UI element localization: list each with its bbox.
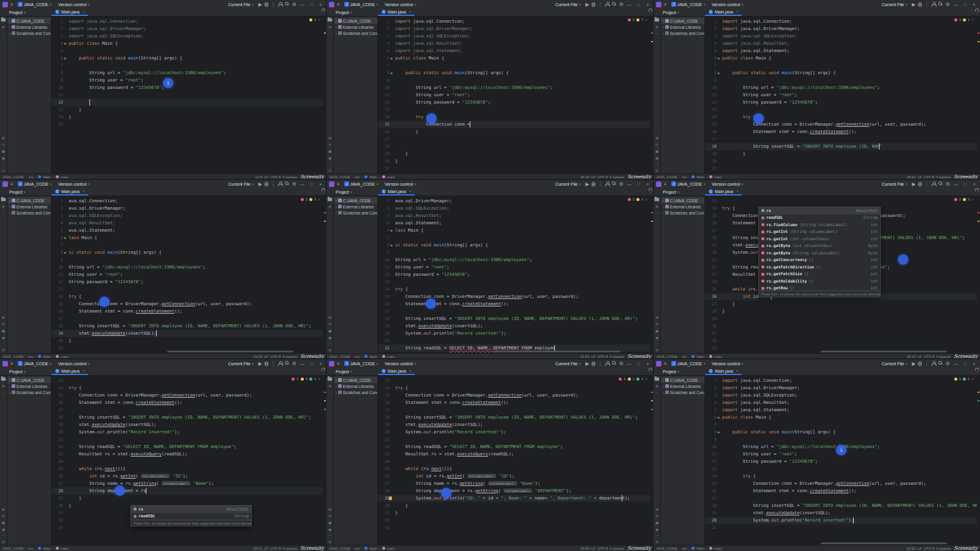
run-configuration[interactable]: Current File∨ xyxy=(226,360,255,367)
status-segment-1[interactable]: UTF-8 xyxy=(597,547,608,550)
terminal-tool-icon[interactable]: ▣ xyxy=(328,329,332,333)
tree-item-scratches[interactable]: ›Scratches and Consoles xyxy=(334,30,377,36)
run-gutter-icon[interactable]: ▶ xyxy=(64,55,67,62)
close-button[interactable]: × xyxy=(317,2,324,7)
main-menu-icon[interactable]: ≡ xyxy=(337,2,340,7)
vcs-widget[interactable]: Version control∨ xyxy=(56,360,92,367)
profile-icon[interactable] xyxy=(932,2,936,7)
tab-close-icon[interactable]: × xyxy=(409,189,412,193)
more-tool-windows-icon[interactable]: ⋯ xyxy=(655,390,659,395)
status-segment-0[interactable]: LF xyxy=(591,547,595,550)
status-segment-2[interactable]: 4 spaces xyxy=(282,175,297,179)
tree-item-scratches[interactable]: ›Scratches and Consoles xyxy=(334,210,377,216)
tree-item-external-libraries[interactable]: ›External Libraries xyxy=(7,203,51,210)
status-segment-1[interactable]: UTF-8 xyxy=(924,355,934,359)
debug-icon[interactable] xyxy=(265,362,268,366)
more-actions-icon[interactable]: ⋮ xyxy=(598,181,603,187)
main-menu-icon[interactable]: ≡ xyxy=(664,361,667,367)
notifications-icon[interactable] xyxy=(322,9,325,12)
code-line[interactable]: 18 String insertSQL = "INSERT INTO emplo… xyxy=(51,414,323,421)
close-button[interactable]: × xyxy=(971,182,978,186)
minimize-button[interactable]: — xyxy=(626,362,633,366)
project-selector[interactable]: JJAVA_CODE∨ xyxy=(342,181,380,188)
code-line[interactable]: 18 String insertSQL = "INSERT INTO emplo… xyxy=(705,502,977,509)
caret-position[interactable]: 18:62 xyxy=(907,175,916,179)
more-actions-icon[interactable]: ⋮ xyxy=(598,361,603,367)
code-line[interactable]: 22 String readSQL = "SELECT ID, NAME, DE… xyxy=(51,443,323,450)
code-line[interactable]: 12 xyxy=(51,99,323,106)
run-gutter-icon[interactable]: ▶ xyxy=(718,55,720,62)
settings-gear-icon[interactable]: ⚙ xyxy=(946,181,950,187)
code-line[interactable]: 11String user = "root"; xyxy=(51,271,323,278)
code-line[interactable]: 1import java.sql.Connection; xyxy=(51,18,323,25)
breadcrumb-item[interactable]: Main xyxy=(696,175,704,179)
vcs-widget[interactable]: Version control∨ xyxy=(710,181,745,188)
project-selector[interactable]: JJAVA_CODE∨ xyxy=(16,181,54,188)
code-line[interactable]: 6▶lass Main { xyxy=(51,234,323,241)
profile-icon[interactable] xyxy=(605,181,609,186)
code-line[interactable]: 17 xyxy=(51,406,323,414)
project-tool-icon[interactable] xyxy=(654,197,660,202)
build-tool-icon[interactable]: ⊞ xyxy=(655,135,658,140)
code-line[interactable]: 11 String user = "root"; xyxy=(378,91,650,99)
code-line[interactable]: 16 Statement stmt = conn.createStatement… xyxy=(705,128,977,135)
code-line[interactable]: 9 xyxy=(705,77,977,84)
tab-main-java[interactable]: CMain.java× xyxy=(51,368,88,375)
code-line[interactable]: 6▶public class Main { xyxy=(378,55,650,62)
code-line[interactable]: 8▶ic static void main(String[] args) { xyxy=(378,241,650,249)
code-line[interactable]: 26 int id = rs.getInt( columnLabel: "ID"… xyxy=(378,473,650,480)
terminal-tool-icon[interactable]: ▣ xyxy=(655,329,659,333)
code-line[interactable]: 20 System.out.println("Record inserted!"… xyxy=(705,517,977,524)
run-icon[interactable]: ▶ xyxy=(586,2,589,7)
status-segment-2[interactable]: 4 spaces xyxy=(609,355,624,359)
intention-bulb-icon[interactable] xyxy=(389,496,392,500)
caret-position[interactable]: 19:35 xyxy=(253,355,262,359)
code-line[interactable]: 17 xyxy=(705,135,977,143)
tab-close-icon[interactable]: × xyxy=(736,369,739,373)
project-selector[interactable]: JJAVA_CODE∨ xyxy=(669,1,707,8)
vcs-tool-icon[interactable]: ∆ xyxy=(656,169,658,172)
code-line[interactable]: 9 xyxy=(51,256,323,264)
problems-tool-icon[interactable]: ⊘ xyxy=(328,514,331,518)
code-line[interactable]: 27 } xyxy=(705,300,977,308)
code-line[interactable]: 21 xyxy=(51,436,323,443)
status-segment-0[interactable]: LF xyxy=(918,547,922,550)
profile-icon[interactable] xyxy=(932,361,936,366)
code-line[interactable]: 17 xyxy=(378,135,650,143)
status-segment-1[interactable]: UTF-8 xyxy=(270,175,281,179)
code-line[interactable]: 4ava.sql.ResultSet; xyxy=(378,212,650,219)
code-line[interactable]: 2import java.sql.DriverManager; xyxy=(378,25,650,32)
vcs-tool-icon[interactable]: ∆ xyxy=(2,169,5,172)
code-line[interactable]: 12 String password = "12345678"; xyxy=(705,458,977,465)
project-selector[interactable]: JJAVA_CODE∨ xyxy=(342,1,380,8)
commit-tool-icon[interactable]: ⊕ xyxy=(655,204,658,208)
code-line[interactable]: 14 try { xyxy=(705,473,977,480)
code-line[interactable]: 6▶ public static void main(String[] args… xyxy=(51,55,323,62)
code-line[interactable]: 8▶ public static void main(String[] args… xyxy=(705,69,977,77)
breadcrumb-item[interactable]: src xyxy=(355,547,360,550)
debug-icon[interactable] xyxy=(592,182,595,186)
code-line[interactable]: 15 xyxy=(51,121,323,128)
status-segment-0[interactable]: LF xyxy=(264,175,268,179)
code-line[interactable]: 7 xyxy=(51,241,323,249)
main-menu-icon[interactable]: ≡ xyxy=(664,2,667,7)
profile-icon[interactable] xyxy=(605,361,609,366)
vcs-tool-icon[interactable]: ∆ xyxy=(329,348,331,352)
more-tool-windows-icon[interactable]: ⋯ xyxy=(328,390,332,395)
commit-tool-icon[interactable]: ⊕ xyxy=(655,25,658,29)
code-line[interactable]: 13 xyxy=(705,465,977,473)
completion-item[interactable]: rsResultSet xyxy=(131,506,251,513)
code-line[interactable]: 1import java.sql.Connection; xyxy=(378,18,650,25)
code-line[interactable]: 18 String insertSQL = "INSERT INTO emplo… xyxy=(378,414,650,421)
more-tool-windows-icon[interactable]: ⋯ xyxy=(2,211,6,215)
settings-gear-icon[interactable]: ⚙ xyxy=(292,181,296,187)
build-tool-icon[interactable]: ⊞ xyxy=(328,135,331,140)
code-line[interactable]: 3ava.sql.SQLException; xyxy=(51,212,323,219)
horizontal-scrollbar[interactable] xyxy=(821,542,948,544)
code-line[interactable]: 5import java.sql.Statement; xyxy=(705,47,977,55)
tree-item-external-libraries[interactable]: ›External Libraries xyxy=(7,24,51,30)
run-configuration[interactable]: Current File∨ xyxy=(880,360,909,367)
code-line[interactable]: 14} xyxy=(51,113,323,121)
code-line[interactable]: 2ava.sql.DriverManager; xyxy=(51,205,323,212)
profiler-tool-icon[interactable]: ◔ xyxy=(2,534,5,538)
